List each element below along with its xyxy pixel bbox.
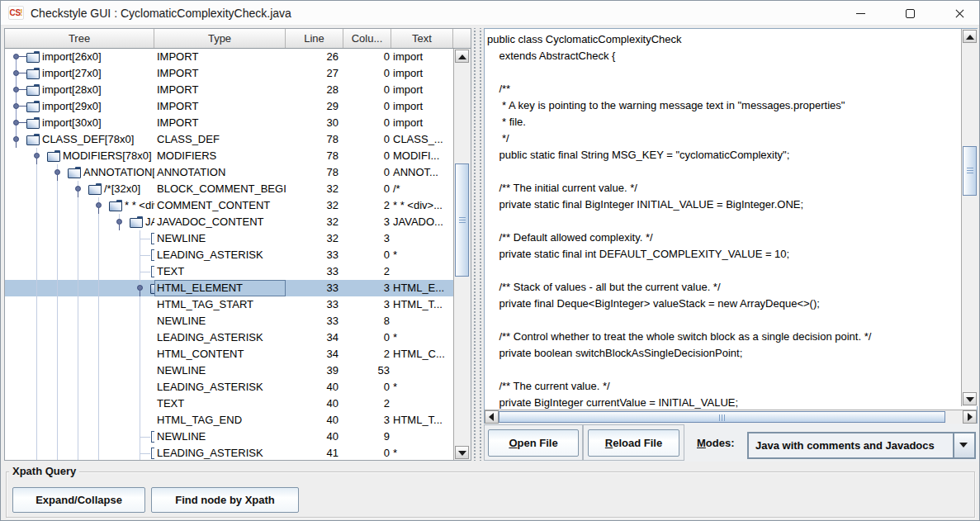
tree-expanded-handle-icon[interactable]: [137, 285, 143, 291]
tree-expanded-handle-icon[interactable]: [34, 153, 40, 159]
code-line: * A key is pointing to the warning messa…: [487, 97, 961, 114]
ast-table-body[interactable]: import[26x0]IMPORT260importimport[27x0]I…: [5, 49, 453, 460]
tree-expanded-handle-icon[interactable]: [13, 136, 19, 142]
table-row[interactable]: TEXT332: [5, 263, 453, 280]
type-cell: TEXT: [154, 395, 286, 412]
scroll-down-button[interactable]: [455, 446, 469, 459]
table-row[interactable]: CLASS_DEF[78x0]CLASS_DEF780CLASS_...: [5, 131, 453, 148]
tree-collapsed-handle-icon[interactable]: [13, 70, 19, 76]
table-row[interactable]: import[29x0]IMPORT290import: [5, 98, 453, 115]
code-vertical-scrollbar[interactable]: [961, 29, 978, 406]
split-divider[interactable]: [471, 28, 484, 461]
column-header-type[interactable]: Type: [154, 29, 286, 48]
tree-collapsed-handle-icon[interactable]: [13, 54, 19, 59]
text-cell: import: [391, 98, 452, 115]
scroll-right-button[interactable]: [963, 410, 977, 424]
type-cell: TEXT: [154, 263, 286, 280]
table-row[interactable]: MODIFIERS[78x0]MODIFIERS780MODIFI...: [5, 148, 453, 164]
tree-collapsed-handle-icon[interactable]: [13, 87, 19, 92]
tree-guide-line: [36, 362, 37, 379]
tree-collapsed-handle-icon[interactable]: [13, 103, 19, 109]
tree-guide-line: [98, 230, 99, 247]
folder-icon: [109, 200, 122, 211]
ast-table-vertical-scrollbar[interactable]: [453, 49, 471, 460]
table-row[interactable]: LEADING_ASTERISK410*: [5, 445, 453, 460]
table-row[interactable]: import[28x0]IMPORT280import: [5, 82, 453, 98]
tree-cell: [5, 329, 154, 346]
scrollbar-thumb[interactable]: [963, 146, 977, 196]
code-horizontal-scrollbar[interactable]: [485, 410, 977, 424]
column-cell: 3: [340, 412, 390, 429]
reload-file-button[interactable]: Reload File: [588, 429, 679, 457]
tree-guide-line: [140, 395, 140, 412]
tree-guide-line: [78, 313, 78, 329]
line-cell: 28: [286, 82, 339, 98]
table-row[interactable]: HTML_CONTENT342HTML_C...: [5, 346, 453, 362]
column-header-column[interactable]: Colu...: [343, 29, 391, 48]
column-header-tree[interactable]: Tree: [5, 29, 154, 48]
table-row[interactable]: HTML_TAG_START333HTML_T...: [5, 296, 453, 313]
tree-cell: [5, 429, 154, 445]
tree-guide-line: [57, 412, 58, 429]
line-cell: 78: [286, 131, 339, 148]
table-row[interactable]: NEWLINE323: [5, 230, 453, 247]
table-row[interactable]: import[27x0]IMPORT270import: [5, 65, 453, 82]
code-text[interactable]: public class CyclomaticComplexityCheck e…: [485, 29, 961, 410]
scrollbar-thumb[interactable]: [499, 411, 945, 423]
table-row[interactable]: JAVADOC_CONTENTJAVADOC_CONTENT323JAVADO.…: [5, 214, 453, 230]
table-row[interactable]: HTML_ELEMENT333HTML_E...: [5, 280, 453, 296]
tree-guide-line: [36, 280, 37, 296]
table-row[interactable]: NEWLINE409: [5, 429, 453, 445]
tree-cell: ANNOTATION[78x0]: [5, 164, 154, 181]
line-cell: 33: [286, 313, 339, 329]
tree-collapsed-handle-icon[interactable]: [13, 120, 19, 126]
table-row[interactable]: TEXT402: [5, 395, 453, 412]
tree-cell: [5, 412, 154, 429]
arrow-up-icon: [966, 35, 974, 40]
find-node-by-xpath-button[interactable]: Find node by Xpath: [151, 487, 299, 513]
table-row[interactable]: LEADING_ASTERISK340*: [5, 329, 453, 346]
modes-dropdown[interactable]: Java with comments and Javadocs: [747, 432, 976, 459]
scroll-up-button[interactable]: [963, 30, 977, 43]
tree-guide-line: [57, 346, 58, 362]
column-cell: 3: [340, 280, 390, 296]
tree-guide-line: [57, 247, 58, 263]
expand-collapse-button[interactable]: Expand/Collapse: [12, 487, 145, 513]
close-button[interactable]: [940, 1, 978, 26]
minimize-button[interactable]: [841, 1, 879, 26]
chevron-down-icon[interactable]: [953, 433, 974, 457]
tree-cell: [5, 296, 154, 313]
column-header-text[interactable]: Text: [391, 29, 453, 48]
table-row[interactable]: HTML_TAG_END403HTML_T...: [5, 412, 453, 429]
tree-expanded-handle-icon[interactable]: [116, 219, 122, 225]
scrollbar-thumb[interactable]: [455, 163, 469, 277]
table-row[interactable]: import[26x0]IMPORT260import: [5, 49, 453, 65]
tree-guide-line: [36, 329, 37, 346]
table-row[interactable]: LEADING_ASTERISK400*: [5, 379, 453, 395]
table-row[interactable]: NEWLINE3953: [5, 362, 453, 379]
maximize-button[interactable]: [891, 1, 929, 26]
column-cell: 0: [340, 181, 390, 197]
scroll-left-button[interactable]: [485, 410, 499, 424]
text-cell: * * <div>...: [391, 197, 452, 214]
tree-expanded-handle-icon[interactable]: [75, 186, 81, 192]
table-row[interactable]: LEADING_ASTERISK330*: [5, 247, 453, 263]
code-line: private final Deque<BigInteger> valueSta…: [487, 296, 961, 312]
table-row[interactable]: ANNOTATION[78x0]ANNOTATION780ANNOT...: [5, 164, 453, 181]
scroll-up-button[interactable]: [455, 50, 469, 63]
table-row[interactable]: NEWLINE338: [5, 313, 453, 329]
tree-expanded-handle-icon[interactable]: [96, 202, 102, 208]
text-cell: HTML_T...: [391, 412, 452, 429]
tree-expanded-handle-icon[interactable]: [54, 169, 60, 175]
text-cell: HTML_C...: [391, 346, 452, 362]
tree-guide-line: [36, 164, 37, 181]
tree-guide-line: [140, 445, 140, 460]
table-row[interactable]: import[30x0]IMPORT300import: [5, 115, 453, 131]
tree-guide-line: [57, 296, 58, 313]
column-header-line[interactable]: Line: [286, 29, 343, 48]
tree-guide-line: [78, 329, 78, 346]
open-file-button[interactable]: Open File: [488, 429, 579, 457]
scroll-down-button[interactable]: [963, 392, 977, 405]
table-row[interactable]: * * <div>...COMMENT_CONTENT322* * <div>.…: [5, 197, 453, 214]
table-row[interactable]: /*[32x0]BLOCK_COMMENT_BEGIN320/*: [5, 181, 453, 197]
